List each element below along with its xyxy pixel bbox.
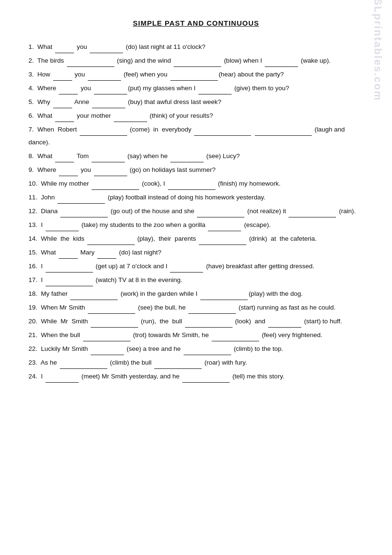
- blank[interactable]: [194, 128, 251, 136]
- sentence-5: 5. Why Anne (buy) that awful dress last …: [28, 95, 364, 108]
- sentence-23: 23. As he (climb) the bull (roar) with f…: [28, 356, 364, 369]
- sentence-22: 22. Luckily Mr Smith (see) a tree and he…: [28, 342, 364, 355]
- blank[interactable]: [91, 320, 138, 328]
- sentence-13: 13. I (take) my students to the zoo when…: [28, 218, 364, 231]
- blank[interactable]: [88, 306, 135, 314]
- blank[interactable]: [94, 87, 127, 94]
- blank[interactable]: [174, 59, 221, 67]
- blank[interactable]: [55, 46, 74, 53]
- blank[interactable]: [80, 128, 127, 136]
- sentence-3: 3. How you (feel) when you (hear) about …: [28, 68, 364, 81]
- blank[interactable]: [59, 87, 78, 94]
- blank[interactable]: [55, 114, 74, 122]
- sentence-19: 19. When Mr Smith (see) the bull, he (st…: [28, 301, 364, 314]
- sentence-6: 6. What your mother (think) of your resu…: [28, 109, 364, 122]
- blank[interactable]: [67, 59, 114, 67]
- blank[interactable]: [170, 265, 203, 273]
- sentence-12: 12. Diana (go out) of the house and she …: [28, 205, 364, 217]
- blank[interactable]: [255, 128, 312, 136]
- sentence-20: 20. While Mr Smith (run), the bull (look…: [28, 315, 364, 328]
- sentence-24: 24. I (meet) Mr Smith yesterday, and he …: [28, 370, 364, 383]
- sentence-8: 8. What Tom (say) when he (see) Lucy?: [28, 150, 364, 162]
- sentence-11: 11. John (play) football instead of doin…: [28, 191, 364, 204]
- blank[interactable]: [46, 265, 93, 273]
- watermark: ESLprintables.com: [372, 0, 384, 101]
- blank[interactable]: [199, 237, 246, 245]
- blank[interactable]: [184, 348, 231, 355]
- blank[interactable]: [97, 251, 116, 259]
- sentence-2: 2. The birds (sing) and the wind (blow) …: [28, 54, 364, 67]
- blank[interactable]: [60, 361, 107, 369]
- blank[interactable]: [92, 155, 125, 162]
- blank[interactable]: [92, 101, 125, 108]
- sentence-9: 9. Where you (go) on holidays last summe…: [28, 163, 364, 176]
- blank[interactable]: [212, 334, 259, 341]
- blank[interactable]: [90, 46, 123, 53]
- blank[interactable]: [60, 210, 108, 217]
- page-title: SIMPLE PAST AND CONTINUOUS: [28, 19, 364, 27]
- blank[interactable]: [154, 361, 202, 369]
- exercise-content: 1. What you (do) last night at 11 o'cloc…: [28, 40, 364, 383]
- blank[interactable]: [92, 182, 139, 190]
- blank[interactable]: [83, 334, 131, 341]
- blank[interactable]: [200, 292, 248, 300]
- blank[interactable]: [88, 73, 121, 81]
- blank[interactable]: [170, 155, 204, 162]
- blank[interactable]: [46, 279, 93, 286]
- sentence-7: 7. When Robert (come) in everybody (laug…: [28, 123, 364, 149]
- blank[interactable]: [91, 348, 124, 355]
- sentence-10: 10. While my mother (cook), I (finish) m…: [28, 177, 364, 190]
- blank[interactable]: [46, 224, 79, 231]
- blank[interactable]: [197, 210, 244, 217]
- blank[interactable]: [53, 101, 72, 108]
- blank[interactable]: [289, 210, 336, 217]
- sentence-4: 4. Where you (put) my glasses when I (gi…: [28, 82, 364, 94]
- blank[interactable]: [198, 87, 232, 94]
- blank[interactable]: [168, 182, 215, 190]
- sentence-15: 15. What Mary (do) last night?: [28, 246, 364, 259]
- sentence-14: 14. While the kids (play), their parents…: [28, 232, 364, 245]
- sentence-1: 1. What you (do) last night at 11 o'cloc…: [28, 40, 364, 53]
- blank[interactable]: [182, 375, 230, 383]
- blank[interactable]: [114, 114, 147, 122]
- sentence-18: 18. My father (work) in the garden while…: [28, 287, 364, 300]
- blank[interactable]: [185, 320, 233, 328]
- blank[interactable]: [57, 196, 105, 204]
- blank[interactable]: [53, 73, 72, 81]
- blank[interactable]: [170, 73, 218, 81]
- blank[interactable]: [94, 169, 127, 176]
- sentence-17: 17. I (watch) TV at 8 in the evening.: [28, 273, 364, 286]
- blank[interactable]: [59, 169, 78, 176]
- blank[interactable]: [55, 155, 74, 162]
- sentence-16: 16. I (get up) at 7 o'clock and I (have)…: [28, 260, 364, 273]
- sentence-21: 21. When the bull (trot) towards Mr Smit…: [28, 329, 364, 341]
- blank[interactable]: [70, 292, 118, 300]
- blank[interactable]: [46, 375, 79, 383]
- blank[interactable]: [87, 237, 135, 245]
- blank[interactable]: [268, 320, 301, 328]
- blank[interactable]: [59, 251, 78, 259]
- blank[interactable]: [265, 59, 298, 67]
- blank[interactable]: [188, 306, 236, 314]
- blank[interactable]: [208, 224, 241, 231]
